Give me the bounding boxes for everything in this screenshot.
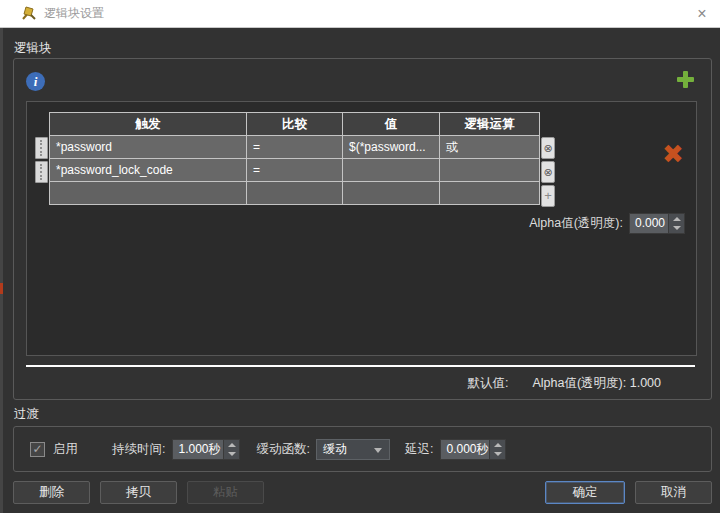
cell-trigger[interactable] (50, 182, 247, 205)
transition-section-label: 过渡 (14, 406, 39, 423)
window-left-edge (0, 28, 3, 513)
enable-label: 启用 (53, 441, 78, 458)
alpha-setting-row: Alpha值(透明度): 0.000 (529, 213, 685, 234)
transition-row: ✓ 启用 持续时间: 1.000秒 缓动函数: 缓动 延迟: 0.000秒 (14, 427, 711, 471)
table-header-row: 触发 比较 值 逻辑运算 (50, 113, 540, 136)
row-drag-handle[interactable] (35, 137, 48, 159)
cell-value[interactable] (343, 159, 440, 182)
conditions-table: 触发 比较 值 逻辑运算 *password = $(*password... … (49, 112, 540, 205)
cell-compare[interactable]: = (247, 159, 343, 182)
delete-button[interactable]: 删除 (13, 481, 90, 504)
delay-label: 延迟: (405, 441, 433, 458)
duration-value[interactable]: 1.000秒 (172, 439, 224, 460)
enable-checkbox[interactable]: ✓ (30, 442, 45, 457)
delay-spin-buttons (490, 439, 506, 460)
logic-block-settings-dialog: 逻辑块设置 × 逻辑块 i 触发 比较 值 逻辑运算 (0, 0, 720, 513)
default-alpha-text: Alpha值(透明度): 1.000 (532, 375, 661, 392)
alpha-spinbox[interactable]: 0.000 (629, 213, 685, 234)
col-header-compare: 比较 (247, 113, 343, 136)
spin-up-icon[interactable] (224, 440, 239, 450)
easing-label: 缓动函数: (256, 441, 309, 458)
close-icon[interactable]: × (691, 3, 713, 25)
paste-button: 粘贴 (187, 481, 264, 504)
col-header-trigger: 触发 (50, 113, 247, 136)
cell-compare[interactable]: = (247, 136, 343, 159)
cell-trigger[interactable]: *password_lock_code (50, 159, 247, 182)
cell-trigger[interactable]: *password (50, 136, 247, 159)
spin-down-icon[interactable] (490, 449, 505, 459)
cell-value[interactable] (343, 182, 440, 205)
cell-logic[interactable] (440, 159, 540, 182)
delete-logic-block-icon[interactable]: ✖ (657, 138, 689, 170)
cell-logic[interactable] (440, 182, 540, 205)
col-header-value: 值 (343, 113, 440, 136)
app-icon (20, 5, 37, 22)
spin-up-icon[interactable] (490, 440, 505, 450)
delay-spinbox[interactable]: 0.000秒 (440, 439, 506, 460)
alpha-spin-buttons (669, 213, 685, 234)
default-value-row: 默认值: Alpha值(透明度): 1.000 (467, 375, 661, 392)
titlebar: 逻辑块设置 × (0, 0, 720, 28)
transition-groupbox: ✓ 启用 持续时间: 1.000秒 缓动函数: 缓动 延迟: 0.000秒 (13, 426, 712, 472)
duration-spinbox[interactable]: 1.000秒 (172, 439, 240, 460)
table-row[interactable]: *password = $(*password... 或 (50, 136, 540, 159)
logic-section-label: 逻辑块 (14, 40, 52, 57)
cell-compare[interactable] (247, 182, 343, 205)
logic-groupbox: i 触发 比较 值 逻辑运算 *p (13, 58, 712, 400)
spin-up-icon[interactable] (669, 214, 684, 224)
default-label: 默认值: (467, 375, 508, 392)
duration-spin-buttons (224, 439, 240, 460)
cell-logic[interactable]: 或 (440, 136, 540, 159)
col-header-logic: 逻辑运算 (440, 113, 540, 136)
cancel-button[interactable]: 取消 (635, 481, 712, 504)
alpha-value[interactable]: 0.000 (629, 213, 669, 234)
info-icon[interactable]: i (26, 72, 45, 91)
remove-row-icon[interactable]: ⊗ (541, 161, 555, 183)
ok-button[interactable]: 确定 (545, 481, 625, 504)
delay-value[interactable]: 0.000秒 (440, 439, 490, 460)
table-row-empty[interactable] (50, 182, 540, 205)
add-logic-block-icon[interactable] (676, 70, 695, 89)
copy-button[interactable]: 拷贝 (100, 481, 177, 504)
spin-down-icon[interactable] (669, 224, 684, 234)
duration-label: 持续时间: (112, 441, 165, 458)
cell-value[interactable]: $(*password... (343, 136, 440, 159)
red-marker (0, 283, 3, 294)
remove-row-icon[interactable]: ⊗ (541, 137, 555, 159)
conditions-panel: 触发 比较 值 逻辑运算 *password = $(*password... … (26, 101, 697, 356)
alpha-label: Alpha值(透明度): (529, 215, 623, 232)
easing-dropdown[interactable]: 缓动 (316, 439, 390, 460)
table-row[interactable]: *password_lock_code = (50, 159, 540, 182)
window-title: 逻辑块设置 (44, 5, 104, 22)
row-drag-handle[interactable] (35, 161, 48, 183)
spin-down-icon[interactable] (224, 449, 239, 459)
add-row-icon[interactable]: + (541, 185, 555, 207)
defaults-divider (26, 365, 695, 367)
